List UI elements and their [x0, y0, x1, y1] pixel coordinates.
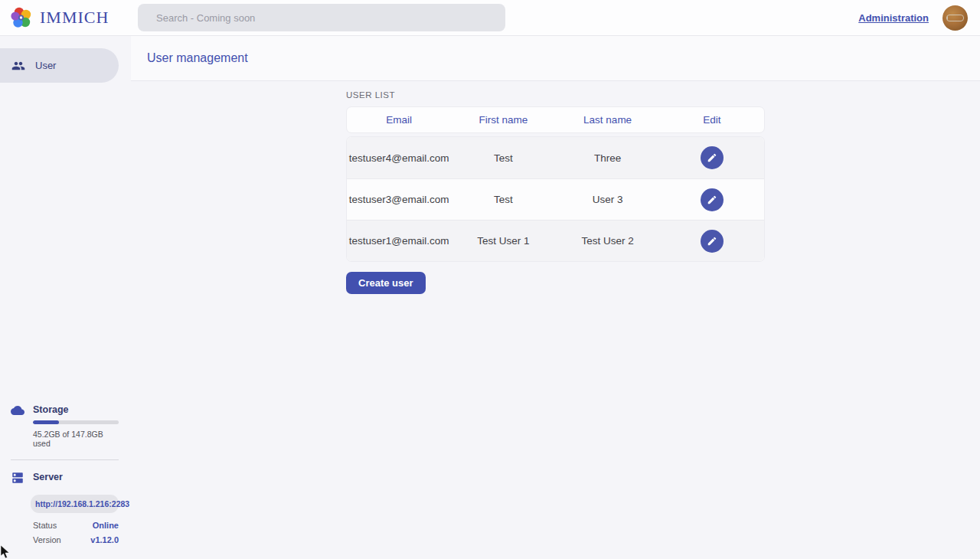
- cloud-icon: [11, 403, 33, 420]
- table-row: testuser4@email.com Test Three: [347, 137, 764, 178]
- user-email-cell: testuser4@email.com: [347, 152, 451, 164]
- sidebar-footer: Storage 45.2GB of 147.8GB used Server ht…: [0, 403, 131, 559]
- server-title: Server: [33, 470, 119, 482]
- server-status-row: Status Online: [33, 521, 119, 530]
- col-header-first-name: First name: [451, 114, 555, 126]
- user-email-cell: testuser1@email.com: [347, 235, 451, 247]
- search-input[interactable]: [138, 4, 505, 31]
- col-header-edit: Edit: [660, 114, 764, 126]
- user-last-name-cell: Test User 2: [556, 235, 660, 247]
- user-first-name-cell: Test: [451, 194, 555, 205]
- storage-title: Storage: [33, 403, 119, 415]
- status-label: Status: [33, 521, 57, 530]
- edit-user-button[interactable]: [701, 230, 724, 253]
- main-header: User management: [131, 36, 980, 81]
- user-email-cell: testuser3@email.com: [347, 194, 451, 205]
- page-title: User management: [147, 51, 248, 65]
- pencil-icon: [707, 236, 717, 247]
- page-layout: User Storage 45.2GB of 147.8GB used: [0, 36, 980, 559]
- version-value: v1.12.0: [90, 535, 119, 544]
- top-bar: IMMICH Administration: [0, 0, 980, 36]
- table-row: testuser3@email.com Test User 3: [347, 178, 764, 220]
- user-first-name-cell: Test User 1: [451, 235, 555, 247]
- storage-usage-text: 45.2GB of 147.8GB used: [33, 430, 119, 448]
- server-section: Server: [11, 470, 119, 488]
- storage-progress-fill: [33, 420, 59, 424]
- edit-user-button[interactable]: [701, 146, 724, 169]
- dns-server-icon: [11, 470, 33, 488]
- version-label: Version: [33, 535, 61, 544]
- table-header-row: Email First name Last name Edit: [346, 106, 765, 133]
- sidebar-item-user[interactable]: User: [0, 48, 119, 83]
- pencil-icon: [707, 195, 717, 205]
- status-value: Online: [93, 521, 119, 530]
- immich-logo[interactable]: IMMICH: [11, 6, 109, 29]
- user-last-name-cell: Three: [556, 152, 660, 164]
- server-version-row: Version v1.12.0: [33, 535, 119, 544]
- main-area: User management USER LIST Email First na…: [131, 36, 980, 559]
- user-first-name-cell: Test: [451, 152, 555, 164]
- create-user-button[interactable]: Create user: [346, 272, 426, 294]
- topbar-right: Administration: [858, 5, 980, 31]
- col-header-email: Email: [347, 114, 451, 126]
- immich-flower-icon: [11, 6, 34, 29]
- main-content: USER LIST Email First name Last name Edi…: [131, 81, 980, 294]
- user-table: Email First name Last name Edit testuser…: [346, 106, 765, 262]
- user-edit-cell: [660, 146, 764, 169]
- user-edit-cell: [660, 230, 764, 253]
- sidebar: User Storage 45.2GB of 147.8GB used: [0, 36, 131, 559]
- server-url-badge: http://192.168.1.216:2283: [31, 495, 119, 513]
- user-list-label: USER LIST: [346, 90, 980, 100]
- user-edit-cell: [660, 188, 764, 211]
- table-row: testuser1@email.com Test User 1 Test Use…: [347, 220, 764, 261]
- brand-name: IMMICH: [40, 8, 109, 28]
- table-body: testuser4@email.com Test Three testuser3…: [346, 136, 765, 262]
- pencil-icon: [707, 152, 717, 163]
- people-icon: [11, 59, 25, 73]
- user-last-name-cell: User 3: [556, 194, 660, 205]
- storage-section: Storage 45.2GB of 147.8GB used: [11, 403, 119, 448]
- edit-user-button[interactable]: [701, 188, 724, 211]
- mouse-cursor-artifact: [0, 545, 12, 559]
- storage-progress-track: [33, 420, 119, 424]
- avatar-photo-detail: [946, 15, 964, 21]
- sidebar-divider: [11, 459, 119, 460]
- sidebar-item-label: User: [35, 60, 56, 71]
- col-header-last-name: Last name: [556, 114, 660, 126]
- administration-link[interactable]: Administration: [858, 12, 929, 24]
- user-avatar[interactable]: [942, 5, 968, 31]
